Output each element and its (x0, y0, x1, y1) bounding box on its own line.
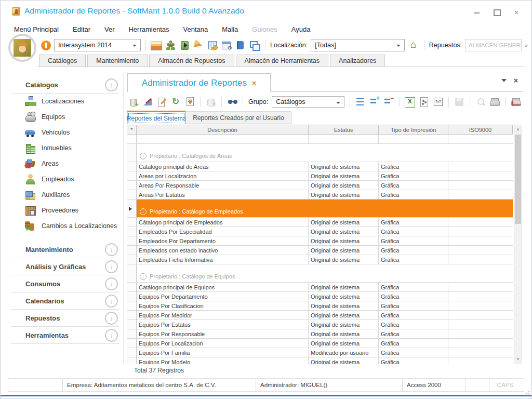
tree-expand-icon[interactable] (355, 97, 366, 107)
excel-icon[interactable] (405, 97, 415, 108)
tabstrip-close-icon[interactable]: × (514, 76, 518, 85)
table-row[interactable]: Areas Por ResponsableOriginal de sistema… (127, 181, 513, 190)
column-header-tipo[interactable]: Tipo de Impresión (379, 125, 448, 135)
group-row[interactable]: ↓Propietario : Catálogo de Equipos (127, 264, 513, 283)
minimize-icon[interactable] (473, 9, 481, 16)
table-row[interactable]: Empleados Ficha InformativaOriginal de s… (127, 255, 513, 264)
table-row[interactable]: Catalogo principal de AreasOriginal de s… (127, 162, 513, 171)
design-icon[interactable] (142, 97, 153, 107)
scroll-down-icon[interactable]: ▼ (514, 355, 522, 364)
menu-item-ayuda[interactable]: Ayuda (291, 25, 311, 35)
sidebar-item-inmuebles[interactable]: Inmuebles (11, 140, 119, 156)
subtab-reportes-del-sistema[interactable]: Reportes del Sistema (127, 112, 185, 124)
menu-item-editar[interactable]: Editar (73, 25, 90, 35)
sidebar-group-catalogos-header[interactable]: Catálogos↑ (11, 76, 119, 93)
table-row[interactable]: Equipos Por DepartamentoOriginal de sist… (127, 292, 513, 301)
menu-item-herramientas[interactable]: Herramientas (128, 25, 169, 35)
table-row[interactable]: Catálogo principal de EquiposOriginal de… (127, 283, 513, 292)
sidebar-item-proveedores[interactable]: Proveedores (11, 203, 119, 218)
expand-down-icon[interactable]: ↓ (105, 260, 118, 273)
subtab-reportes-creados-por-el-usuario[interactable]: Reportes Creados por el Usuario (185, 112, 291, 124)
grid-vertical-scrollbar[interactable]: ▲ ▼ (514, 125, 522, 364)
table-row[interactable]: Areas por LocalizacionOriginal de sistem… (127, 171, 513, 181)
column-header-iso[interactable]: ISO9000 (448, 125, 513, 135)
expand-down-icon[interactable]: ↓ (105, 295, 118, 308)
module-tab-analizadores[interactable]: Analizadores (330, 55, 385, 66)
close-icon[interactable]: × (513, 9, 520, 16)
table-row[interactable]: Equipos Por ModeloOriginal de sistemaGrá… (127, 357, 513, 364)
calculator-icon[interactable] (208, 41, 217, 49)
group-collapse-icon[interactable]: ↓ (140, 153, 147, 159)
tree-add-icon[interactable] (369, 97, 380, 107)
expand-down-icon[interactable]: ↓ (105, 277, 118, 290)
sidebar-group-herramientas[interactable]: Herramientas↓ (11, 327, 119, 343)
company-status-icon[interactable] (41, 41, 51, 50)
group-row[interactable]: ↓Propietario : Catalogos de Areas (127, 144, 513, 162)
cascade-windows-icon[interactable] (249, 39, 260, 51)
table-row[interactable]: Equipos Por MedidorOriginal de sistemaGr… (127, 311, 513, 320)
scroll-up-icon[interactable]: ▲ (514, 125, 522, 134)
menu-item-malla[interactable]: Malla (222, 25, 238, 35)
note-edit-icon[interactable] (156, 97, 167, 107)
module-tab-almacén-de-herramientas[interactable]: Almacén de Herramientas (236, 55, 329, 66)
user-avatar[interactable] (8, 34, 36, 62)
grupo-select[interactable]: Catálogos (272, 96, 344, 108)
localization-select[interactable]: [Todas] (311, 39, 405, 51)
sidebar-item-vehiculos[interactable]: Vehículos (11, 125, 119, 140)
binoculars-icon[interactable] (227, 97, 237, 107)
expand-down-icon[interactable]: ↓ (105, 243, 118, 256)
module-tab-mantenimiento[interactable]: Mantenimiento (87, 55, 148, 66)
document-tab-close-icon[interactable]: × (252, 79, 256, 87)
menu-item-ver[interactable]: Ver (104, 25, 115, 35)
column-header-est[interactable]: Estatus (309, 125, 379, 135)
document-tab[interactable]: Administrador de Reportes × (127, 73, 271, 92)
collapse-up-icon[interactable]: ↑ (105, 78, 118, 91)
table-row[interactable]: Equipos Por ResponsableOriginal de siste… (127, 329, 513, 339)
refresh-icon[interactable]: ↻ (170, 97, 181, 107)
save01-icon[interactable] (184, 97, 195, 107)
sidebar-group-calendarios[interactable]: Calendarios↓ (11, 292, 119, 309)
image-icon[interactable] (151, 42, 162, 50)
tree-remove-icon[interactable] (383, 97, 394, 107)
sidebar-splitter[interactable] (123, 73, 124, 364)
tab-list-dropdown-icon[interactable] (501, 79, 507, 85)
sidebar-item-localizaciones[interactable]: Localizaciones (11, 94, 119, 109)
group-row[interactable]: ↓Propietario : Catálogo de Empleados (127, 200, 513, 218)
table-row[interactable]: Equipos Por EstatusOriginal de sistemaGr… (127, 320, 513, 329)
table-row[interactable]: Empleados Por DepartamentoOriginal de si… (127, 236, 513, 246)
company-select[interactable]: Interasystem 2014 (54, 39, 141, 51)
table-row[interactable]: Equipos Por LocalizacionOriginal de sist… (127, 339, 513, 348)
sidebar-group-mantenimiento[interactable]: Mantenimiento↓ (11, 241, 119, 258)
expand-down-icon[interactable]: ↓ (105, 329, 118, 342)
sidebar-group-consumos[interactable]: Consumos↓ (11, 275, 119, 292)
scrollbar-thumb[interactable] (515, 135, 521, 224)
sidebar-item-equipos[interactable]: Equipos (11, 109, 119, 125)
table-row[interactable]: Empleados Por EspecialidadOriginal de si… (127, 227, 513, 236)
printer-icon[interactable] (489, 97, 500, 107)
module-tab-almacén-de-repuestos[interactable]: Almacén de Repuestos (149, 55, 234, 66)
table-row[interactable]: Empleados con estado inactivoOriginal de… (127, 246, 513, 255)
sidebar-item-empleados[interactable]: Empleados (11, 171, 119, 187)
toolbar-overflow-icon[interactable]: ›› (525, 42, 527, 48)
home-icon[interactable]: ⌂ (408, 39, 419, 51)
building-export-icon[interactable] (181, 41, 189, 50)
expand-down-icon[interactable]: ↓ (105, 312, 118, 325)
module-tab-catálogos[interactable]: Catálogos (39, 55, 86, 66)
maximize-icon[interactable] (493, 9, 500, 16)
table-row[interactable]: Cátalogo principal de EmpleadosOriginal … (127, 218, 513, 227)
users-icon[interactable] (165, 39, 177, 51)
sidebar-item-cambios[interactable]: Cambios a Localizaciones (11, 218, 119, 234)
column-header-desc[interactable]: Descripción (137, 125, 309, 135)
printer-settings-icon[interactable] (511, 97, 521, 107)
menu-item-ventana[interactable]: Ventana (183, 25, 208, 35)
sidebar-item-areas[interactable]: Areas (11, 156, 119, 171)
group-collapse-icon[interactable]: ↓ (140, 273, 147, 280)
window-settings-icon[interactable] (222, 42, 231, 49)
txt-doc-icon[interactable] (433, 97, 443, 107)
sidebar-item-auxiliares[interactable]: Auxiliares (11, 187, 119, 203)
book-icon[interactable] (237, 41, 244, 49)
table-row[interactable]: Equipos Por ClasificacionOriginal de sis… (127, 301, 513, 311)
sidebar-group-análisis-y-gráficas[interactable]: Análisis y Gráficas↓ (11, 258, 119, 275)
sidebar-group-repuestos[interactable]: Repuestos↓ (11, 310, 119, 326)
table-row[interactable]: Equipos Por FamiliaModificado por usuari… (127, 348, 513, 357)
